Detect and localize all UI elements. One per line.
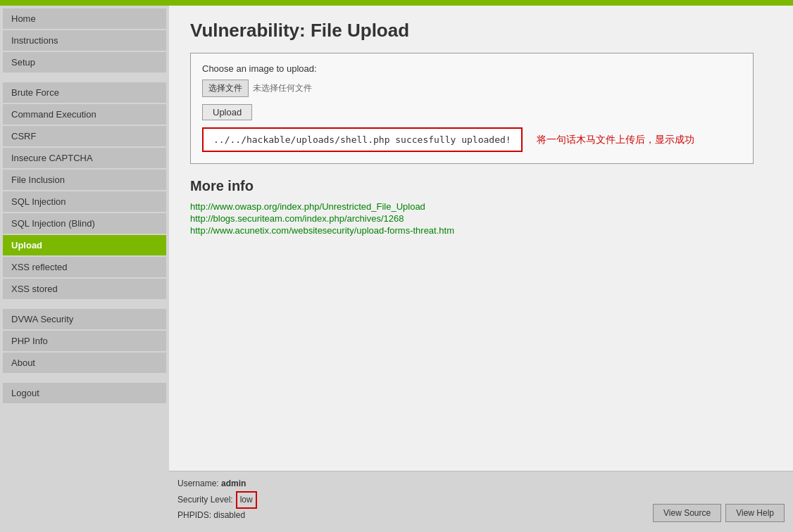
- file-input-row: 选择文件 未选择任何文件: [202, 80, 742, 97]
- more-info-link-2[interactable]: http://blogs.securiteam.com/index.php/ar…: [190, 213, 772, 224]
- footer-left: Username: admin Security Level: low PHPI…: [177, 477, 257, 522]
- footer-bar: Username: admin Security Level: low PHPI…: [169, 471, 793, 526]
- security-level-row: Security Level: low: [177, 491, 257, 509]
- sidebar-item-upload[interactable]: Upload: [3, 235, 166, 255]
- sidebar-item-setup[interactable]: Setup: [3, 52, 166, 72]
- success-row: ../../hackable/uploads/shell.php succesf…: [202, 127, 742, 152]
- security-level-value: low: [236, 491, 257, 509]
- sidebar-item-insecure-captcha[interactable]: Insecure CAPTCHA: [3, 148, 166, 168]
- sidebar-item-xss-stored[interactable]: XSS stored: [3, 279, 166, 299]
- footer-right: View Source View Help: [653, 504, 785, 522]
- sidebar-item-sql-injection[interactable]: SQL Injection: [3, 191, 166, 212]
- sidebar-item-xss-reflected[interactable]: XSS reflected: [3, 257, 166, 277]
- phpids-label: PHPIDS:: [177, 510, 211, 520]
- sidebar-item-command-execution[interactable]: Command Execution: [3, 104, 166, 125]
- username-value: admin: [221, 479, 246, 488]
- sidebar-item-logout[interactable]: Logout: [3, 383, 166, 403]
- more-info-link-3[interactable]: http://www.acunetix.com/websitesecurity/…: [190, 225, 772, 236]
- more-info-title: More info: [190, 178, 772, 194]
- sidebar-item-sql-injection-blind[interactable]: SQL Injection (Blind): [3, 213, 166, 234]
- upload-choose-label: Choose an image to upload:: [202, 63, 742, 74]
- sidebar: Home Instructions Setup Brute Force Comm…: [0, 6, 169, 526]
- phpids-value: disabled: [213, 510, 245, 520]
- username-row: Username: admin: [177, 477, 257, 490]
- sidebar-item-dvwa-security[interactable]: DVWA Security: [3, 309, 166, 329]
- sidebar-item-file-inclusion[interactable]: File Inclusion: [3, 170, 166, 190]
- annotation-text: 将一句话木马文件上传后，显示成功: [537, 134, 694, 146]
- file-no-selected-label: 未选择任何文件: [253, 82, 312, 94]
- upload-button[interactable]: Upload: [202, 104, 252, 120]
- username-label: Username:: [177, 479, 219, 488]
- main-content: Vulnerability: File Upload Choose an ima…: [169, 6, 793, 471]
- view-help-button[interactable]: View Help: [725, 504, 785, 522]
- sidebar-item-instructions[interactable]: Instructions: [3, 30, 166, 51]
- sidebar-item-home[interactable]: Home: [3, 8, 166, 29]
- sidebar-item-about[interactable]: About: [3, 353, 166, 373]
- page-title: Vulnerability: File Upload: [190, 20, 772, 42]
- phpids-row: PHPIDS: disabled: [177, 509, 257, 522]
- more-info-links: http://www.owasp.org/index.php/Unrestric…: [190, 201, 772, 236]
- file-choose-button[interactable]: 选择文件: [202, 80, 249, 97]
- security-label: Security Level:: [177, 493, 233, 507]
- success-message-box: ../../hackable/uploads/shell.php succesf…: [202, 127, 523, 152]
- sidebar-item-brute-force[interactable]: Brute Force: [3, 82, 166, 103]
- sidebar-item-csrf[interactable]: CSRF: [3, 126, 166, 146]
- sidebar-item-php-info[interactable]: PHP Info: [3, 331, 166, 351]
- more-info-link-1[interactable]: http://www.owasp.org/index.php/Unrestric…: [190, 201, 772, 212]
- top-green-bar: [0, 0, 793, 6]
- upload-form-box: Choose an image to upload: 选择文件 未选择任何文件 …: [190, 53, 754, 164]
- view-source-button[interactable]: View Source: [653, 504, 721, 522]
